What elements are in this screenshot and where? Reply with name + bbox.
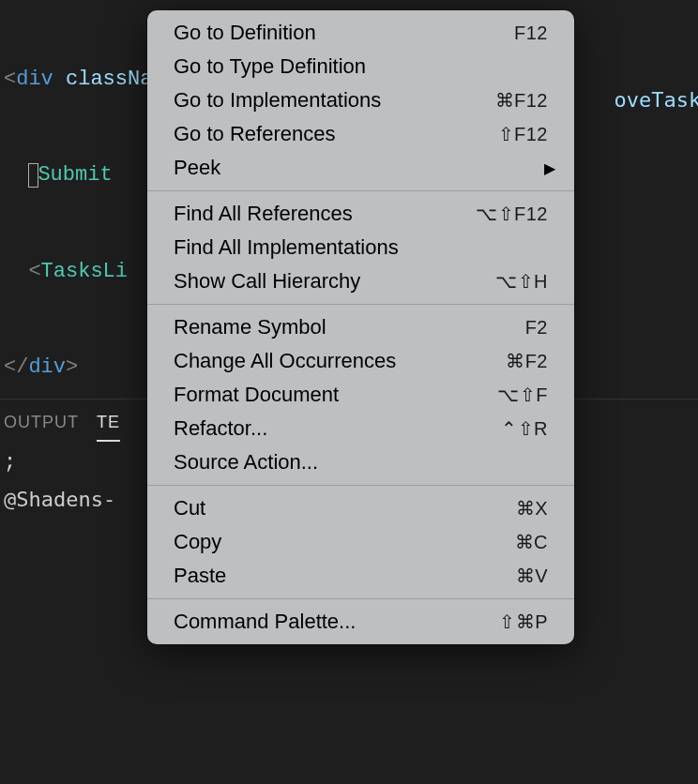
menu-rename-symbol[interactable]: Rename Symbol F2 xyxy=(147,310,574,344)
menu-format-document[interactable]: Format Document ⌥⇧F xyxy=(147,378,574,412)
menu-separator xyxy=(147,485,574,486)
menu-find-all-references[interactable]: Find All References ⌥⇧F12 xyxy=(147,197,574,231)
menu-copy[interactable]: Copy ⌘C xyxy=(147,525,574,559)
chevron-right-icon: ▶ xyxy=(544,159,555,177)
terminal-prompt[interactable]: @Shadens- xyxy=(4,488,115,511)
menu-command-palette[interactable]: Command Palette... ⇧⌘P xyxy=(147,605,574,639)
menu-change-all-occurrences[interactable]: Change All Occurrences ⌘F2 xyxy=(147,344,574,378)
menu-goto-implementations[interactable]: Go to Implementations ⌘F12 xyxy=(147,83,574,117)
menu-separator xyxy=(147,190,574,191)
menu-peek[interactable]: Peek ▶ xyxy=(147,151,574,185)
menu-source-action[interactable]: Source Action... xyxy=(147,445,574,479)
menu-refactor[interactable]: Refactor... ⌃⇧R xyxy=(147,412,574,445)
menu-paste[interactable]: Paste ⌘V xyxy=(147,559,574,593)
menu-goto-references[interactable]: Go to References ⇧F12 xyxy=(147,117,574,151)
code-fragment-right: oveTask={t xyxy=(589,65,698,112)
menu-goto-definition[interactable]: Go to Definition F12 xyxy=(147,16,574,50)
menu-goto-type-definition[interactable]: Go to Type Definition xyxy=(147,50,574,83)
tab-output[interactable]: OUTPUT xyxy=(4,413,79,432)
menu-find-all-implementations[interactable]: Find All Implementations xyxy=(147,231,574,264)
menu-separator xyxy=(147,304,574,305)
menu-show-call-hierarchy[interactable]: Show Call Hierarchy ⌥⇧H xyxy=(147,264,574,298)
menu-separator xyxy=(147,598,574,599)
tab-terminal[interactable]: TE xyxy=(97,413,120,442)
menu-cut[interactable]: Cut ⌘X xyxy=(147,491,574,525)
context-menu: Go to Definition F12 Go to Type Definiti… xyxy=(147,10,574,644)
